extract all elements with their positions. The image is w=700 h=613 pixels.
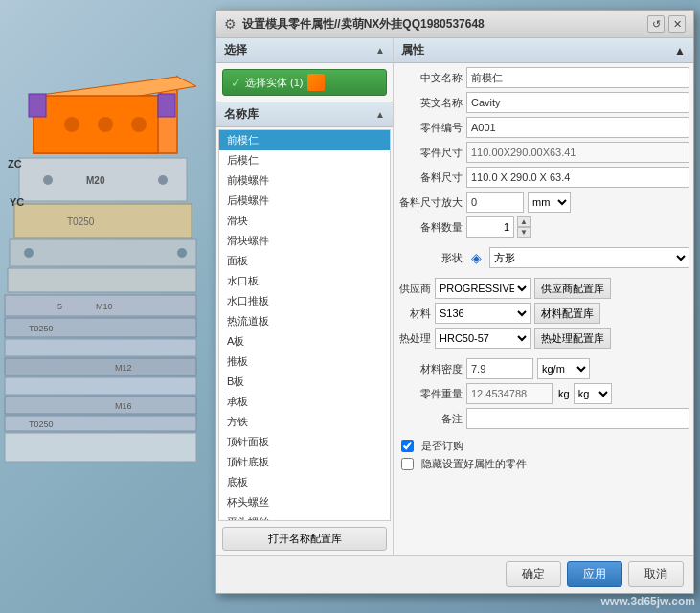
hide-checkbox[interactable] — [401, 458, 414, 470]
svg-point-4 — [98, 117, 113, 132]
select-entity-label: 选择实体 (1) — [245, 76, 304, 90]
stock-scale-input[interactable] — [466, 192, 524, 213]
select-header-arrow: ▲ — [375, 45, 385, 56]
part-number-row: 零件编号 — [397, 117, 689, 138]
weight-label: 零件重量 — [397, 387, 463, 401]
list-item[interactable]: 杯头螺丝 — [219, 492, 390, 512]
list-item[interactable]: 平头螺丝 — [219, 512, 390, 521]
open-lib-button[interactable]: 打开名称配置库 — [222, 527, 387, 551]
left-panel: 选择 ▲ ✓ 选择实体 (1) 名称库 ▲ 前模仁后模仁前模螺件后模螺件滑块滑块… — [216, 38, 394, 555]
name-list[interactable]: 前模仁后模仁前模螺件后模螺件滑块滑块螺件面板水口板水口推板热流道板A板推板B板承… — [218, 129, 391, 521]
list-item[interactable]: 顶针底板 — [219, 452, 390, 472]
note-input[interactable] — [466, 408, 689, 429]
density-label: 材料密度 — [397, 362, 463, 376]
material-config-button[interactable]: 材料配置库 — [534, 303, 600, 324]
note-row: 备注 — [397, 408, 689, 429]
svg-text:ZC: ZC — [8, 158, 22, 170]
stock-scale-unit-select[interactable]: mm % — [528, 192, 571, 213]
name-lib-header: 名称库 ▲ — [216, 102, 393, 127]
heat-treatment-row: 热处理 HRC50-57 HRC45-50 热处理配置库 — [397, 328, 689, 349]
attr-header-arrow: ▲ — [674, 44, 686, 57]
supplier-select[interactable]: PROGRESSIVE DME HASCO — [435, 278, 531, 299]
qty-down-button[interactable]: ▼ — [517, 227, 531, 238]
stock-size-row: 备料尺寸 — [397, 167, 689, 188]
order-label: 是否订购 — [421, 439, 463, 453]
stock-qty-input[interactable] — [466, 216, 514, 238]
dialog-title-icon: ⚙ — [224, 16, 237, 32]
density-input[interactable] — [466, 358, 533, 379]
material-label: 材料 — [397, 306, 431, 321]
density-unit-select[interactable]: kg/m g/cm³ — [537, 358, 590, 379]
list-item[interactable]: 热流道板 — [219, 311, 390, 331]
mold-scene: M20 T0250 5 M10 T0250 M12 M16 T0250 ZC Y… — [0, 38, 215, 594]
svg-rect-31 — [5, 433, 196, 462]
svg-rect-12 — [14, 204, 192, 238]
list-item[interactable]: 滑块螺件 — [219, 231, 390, 251]
density-row: 材料密度 kg/m g/cm³ — [397, 358, 689, 379]
material-row: 材料 S136 P20 H13 材料配置库 — [397, 303, 689, 324]
dialog-body: 选择 ▲ ✓ 选择实体 (1) 名称库 ▲ 前模仁后模仁前模螺件后模螺件滑块滑块… — [216, 38, 693, 555]
svg-point-16 — [177, 248, 187, 258]
material-select[interactable]: S136 P20 H13 — [435, 303, 531, 324]
close-button[interactable]: ✕ — [668, 15, 686, 33]
dialog-title: 设置模具零件属性//卖萌NX外挂QQ1980537648 — [242, 16, 642, 33]
list-item[interactable]: 顶针面板 — [219, 432, 390, 452]
english-name-input[interactable] — [466, 92, 689, 113]
svg-text:T0250: T0250 — [29, 324, 54, 333]
apply-button[interactable]: 应用 — [567, 561, 622, 587]
select-entity-button[interactable]: ✓ 选择实体 (1) — [222, 69, 387, 96]
supplier-config-button[interactable]: 供应商配置库 — [534, 278, 611, 299]
name-lib-arrow: ▲ — [375, 109, 385, 120]
svg-rect-6 — [29, 94, 46, 117]
list-item[interactable]: 面板 — [219, 251, 390, 271]
order-checkbox[interactable] — [401, 440, 414, 452]
chinese-name-input[interactable] — [466, 67, 689, 88]
name-list-container: 前模仁后模仁前模螺件后模螺件滑块滑块螺件面板水口板水口推板热流道板A板推板B板承… — [216, 127, 393, 523]
heat-treatment-select[interactable]: HRC50-57 HRC45-50 — [435, 328, 531, 349]
list-item[interactable]: 底板 — [219, 472, 390, 492]
list-item[interactable]: 前模仁 — [219, 130, 390, 150]
dialog-controls: ↺ ✕ — [647, 15, 686, 33]
shape-row: 形状 ◈ 方形 圆形 — [397, 247, 689, 268]
part-number-label: 零件编号 — [397, 121, 463, 135]
svg-text:M16: M16 — [115, 401, 132, 411]
order-row: 是否订购 — [397, 439, 689, 453]
hide-row: 隐藏设置好属性的零件 — [397, 457, 689, 471]
part-number-input[interactable] — [466, 117, 689, 138]
part-size-row: 零件尺寸 — [397, 142, 689, 163]
supplier-row: 供应商 PROGRESSIVE DME HASCO 供应商配置库 — [397, 278, 689, 299]
list-item[interactable]: 后模螺件 — [219, 191, 390, 211]
list-item[interactable]: 滑块 — [219, 211, 390, 231]
confirm-button[interactable]: 确定 — [506, 561, 561, 587]
svg-rect-27 — [5, 397, 196, 414]
svg-rect-24 — [5, 358, 196, 375]
restore-button[interactable]: ↺ — [647, 15, 665, 33]
list-item[interactable]: 水口板 — [219, 271, 390, 291]
note-label: 备注 — [397, 412, 463, 426]
list-item[interactable]: 前模螺件 — [219, 170, 390, 191]
stock-size-input[interactable] — [466, 167, 689, 188]
svg-point-10 — [158, 175, 168, 185]
stock-size-label: 备料尺寸 — [397, 170, 463, 185]
weight-unit-select[interactable]: kg g — [574, 383, 612, 404]
entity-3d-icon — [307, 74, 325, 91]
svg-text:T0250: T0250 — [29, 420, 54, 429]
svg-rect-17 — [8, 268, 196, 292]
cancel-button[interactable]: 取消 — [628, 561, 684, 587]
list-item[interactable]: B板 — [219, 372, 390, 392]
list-item[interactable]: 推板 — [219, 352, 390, 372]
select-header-label: 选择 — [224, 42, 247, 58]
list-item[interactable]: A板 — [219, 331, 390, 352]
svg-point-5 — [131, 117, 147, 132]
list-item[interactable]: 水口推板 — [219, 291, 390, 311]
list-item[interactable]: 方铁 — [219, 412, 390, 432]
part-size-label: 零件尺寸 — [397, 146, 463, 160]
weight-row: 零件重量 kg kg g — [397, 383, 689, 404]
list-item[interactable]: 后模仁 — [219, 150, 390, 170]
qty-up-button[interactable]: ▲ — [517, 216, 531, 227]
list-item[interactable]: 承板 — [219, 392, 390, 412]
shape-select[interactable]: 方形 圆形 — [489, 247, 689, 268]
select-panel-header: 选择 ▲ — [216, 38, 393, 63]
hide-label: 隐藏设置好属性的零件 — [421, 457, 527, 471]
heat-config-button[interactable]: 热处理配置库 — [534, 328, 611, 349]
